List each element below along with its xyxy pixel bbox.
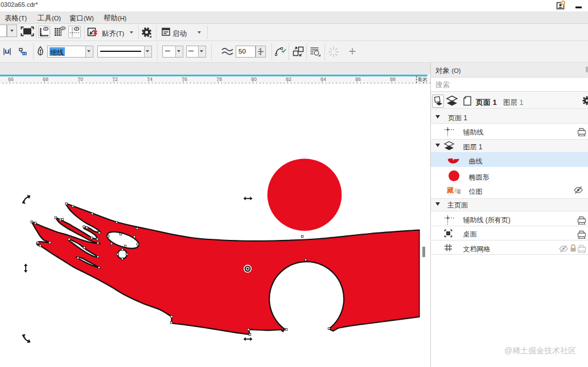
svg-text:76: 76	[182, 76, 187, 82]
svg-text:68: 68	[43, 76, 48, 82]
svg-text:藏: 藏	[447, 186, 454, 194]
svg-text:72: 72	[112, 76, 118, 82]
svg-text:84: 84	[320, 76, 326, 82]
svg-text:82: 82	[286, 76, 291, 82]
svg-text:毯: 毯	[457, 189, 460, 194]
svg-text:66: 66	[8, 76, 14, 82]
svg-text:86: 86	[355, 76, 361, 82]
svg-text:毫米: 毫米	[418, 76, 428, 82]
svg-text:78: 78	[216, 76, 222, 82]
svg-text:88: 88	[390, 76, 396, 82]
svg-text:74: 74	[147, 76, 153, 82]
svg-text:70: 70	[77, 76, 83, 82]
svg-text:80: 80	[251, 76, 257, 82]
